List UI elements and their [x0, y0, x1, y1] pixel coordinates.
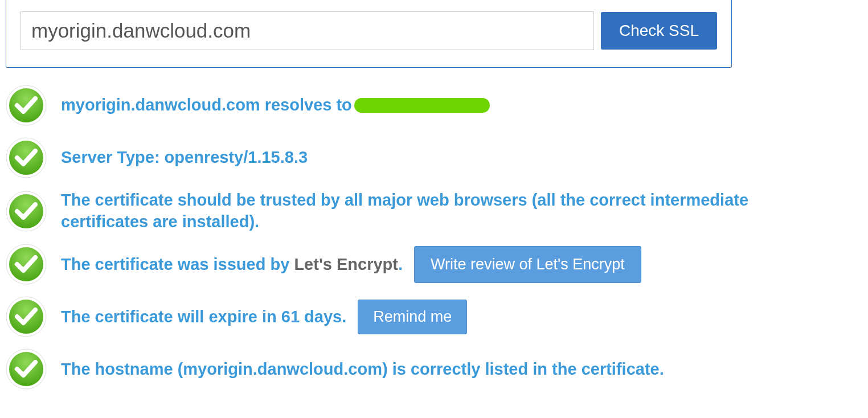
redacted-ip: [354, 98, 490, 113]
server-type-text: Server Type: openresty/1.15.8.3: [61, 147, 308, 169]
result-text: The certificate was issued by Let's Encr…: [61, 246, 641, 283]
trusted-text: The certificate should be trusted by all…: [61, 190, 752, 232]
checkmark-icon: [6, 85, 47, 126]
result-row: The certificate should be trusted by all…: [6, 190, 752, 232]
write-review-button[interactable]: Write review of Let's Encrypt: [414, 246, 641, 283]
remind-me-button[interactable]: Remind me: [358, 300, 467, 334]
issuer-name: Let's Encrypt: [294, 255, 398, 273]
result-row: Server Type: openresty/1.15.8.3: [6, 137, 752, 178]
check-ssl-button[interactable]: Check SSL: [601, 12, 717, 50]
result-text: Server Type: openresty/1.15.8.3: [61, 147, 308, 169]
checkmark-icon: [6, 296, 47, 337]
hostname-text: The hostname (myorigin.danwcloud.com) is…: [61, 359, 664, 380]
result-text: The hostname (myorigin.danwcloud.com) is…: [61, 359, 664, 380]
resolves-text: myorigin.danwcloud.com resolves to: [61, 95, 352, 116]
search-container: Check SSL: [6, 0, 732, 68]
result-row: myorigin.danwcloud.com resolves to: [6, 85, 752, 126]
checkmark-icon: [6, 137, 47, 178]
result-row: The certificate will expire in 61 days. …: [6, 296, 752, 337]
results-list: myorigin.danwcloud.com resolves to Serve…: [0, 85, 868, 390]
result-text: The certificate should be trusted by all…: [61, 190, 752, 232]
expire-text: The certificate will expire in 61 days.: [61, 306, 346, 328]
checkmark-icon: [6, 244, 47, 285]
issued-by-after: .: [398, 255, 403, 273]
result-text: The certificate will expire in 61 days. …: [61, 300, 467, 334]
result-text: myorigin.danwcloud.com resolves to: [61, 95, 490, 116]
result-row: The certificate was issued by Let's Encr…: [6, 244, 752, 285]
domain-input[interactable]: [21, 11, 594, 50]
checkmark-icon: [6, 349, 47, 390]
issued-by-text: The certificate was issued by: [61, 255, 294, 273]
checkmark-icon: [6, 191, 47, 232]
result-row: The hostname (myorigin.danwcloud.com) is…: [6, 349, 752, 390]
